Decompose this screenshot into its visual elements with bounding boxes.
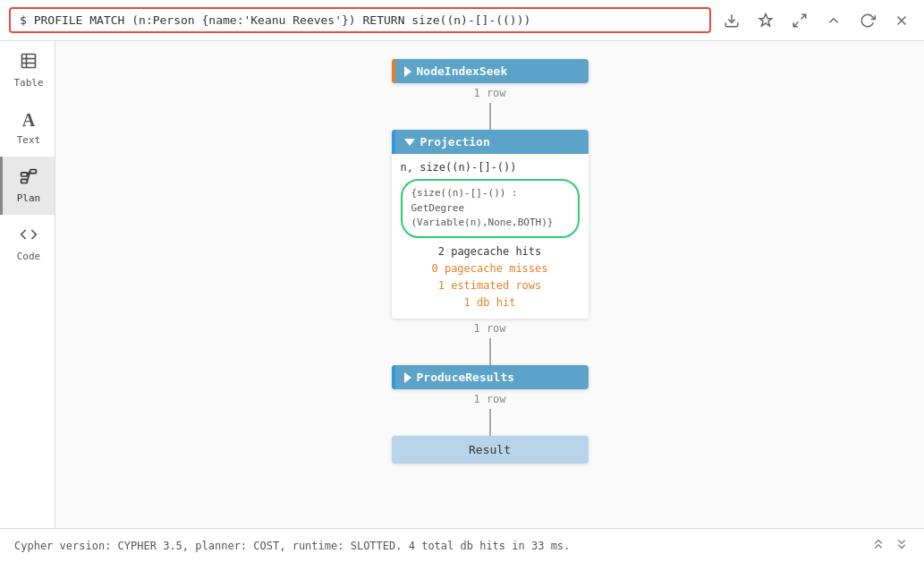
triangle-right-icon: [404, 66, 411, 77]
code-icon: [20, 226, 38, 247]
status-bar: Cypher version: CYPHER 3.5, planner: COS…: [0, 528, 924, 562]
main-area: Table A Text Plan Code: [0, 41, 924, 528]
projection-header: Projection: [392, 130, 589, 154]
connector-1: [489, 338, 491, 365]
svg-rect-11: [30, 170, 37, 174]
scroll-up-icon[interactable]: [870, 536, 886, 556]
close-button[interactable]: [888, 9, 915, 32]
projection-box[interactable]: Projection n, size((n)-[]-()) {size((n)-…: [392, 130, 589, 319]
node-index-seek-wrapper: NodeIndexSeek 1 row: [392, 59, 589, 130]
pin-button[interactable]: [752, 9, 779, 32]
projection-highlight: {size((n)-[]-()) : GetDegree(Variable(n)…: [401, 179, 580, 238]
query-input[interactable]: [9, 7, 711, 33]
svg-line-2: [793, 21, 798, 26]
triangle-down-icon: [404, 139, 415, 146]
svg-rect-9: [21, 173, 28, 176]
download-button[interactable]: [718, 9, 745, 32]
table-icon: [20, 52, 38, 73]
sidebar: Table A Text Plan Code: [0, 41, 55, 528]
svg-rect-5: [22, 55, 36, 68]
status-text: Cypher version: CYPHER 3.5, planner: COS…: [14, 540, 570, 552]
stat-pagecache-misses: 0 pagecache misses: [401, 260, 580, 277]
projection-title: Projection: [420, 135, 490, 149]
projection-body: n, size((n)-[]-()) {size((n)-[]-()) : Ge…: [392, 154, 589, 319]
sidebar-label-text: Text: [17, 134, 41, 146]
connector-0: [489, 103, 491, 130]
sidebar-item-code[interactable]: Code: [0, 215, 55, 273]
node-index-seek-header: NodeIndexSeek: [392, 59, 589, 83]
sidebar-label-plan: Plan: [17, 192, 41, 204]
sidebar-item-text[interactable]: A Text: [0, 99, 55, 157]
svg-line-1: [801, 14, 806, 19]
produce-results-box[interactable]: ProduceResults: [392, 365, 589, 389]
projection-wrapper: Projection n, size((n)-[]-()) {size((n)-…: [392, 130, 589, 365]
produce-results-header: ProduceResults: [392, 365, 589, 389]
sidebar-item-plan[interactable]: Plan: [0, 157, 55, 215]
sidebar-item-table[interactable]: Table: [0, 41, 55, 99]
stat-estimated-rows: 1 estimated rows: [401, 277, 580, 294]
toolbar: [0, 0, 924, 41]
scroll-down-icon[interactable]: [894, 536, 910, 556]
produce-results-wrapper: ProduceResults 1 row: [392, 365, 589, 436]
triangle-right-icon2: [404, 372, 411, 383]
produce-results-title: ProduceResults: [417, 370, 515, 384]
projection-detail: n, size((n)-[]-()): [401, 161, 580, 174]
rows-label-2: 1 row: [473, 393, 505, 405]
text-icon: A: [22, 110, 35, 131]
projection-stats: 2 pagecache hits 0 pagecache misses 1 es…: [401, 243, 580, 312]
node-index-seek-title: NodeIndexSeek: [417, 64, 508, 78]
result-box: Result: [392, 436, 589, 464]
stat-pagecache-hits: 2 pagecache hits: [401, 243, 580, 260]
connector-2: [489, 409, 491, 436]
refresh-button[interactable]: [854, 9, 881, 32]
node-index-seek-box[interactable]: NodeIndexSeek: [392, 59, 589, 83]
nav-icons: [870, 536, 910, 556]
stat-db-hits: 1 db hit: [401, 294, 580, 311]
svg-rect-10: [21, 179, 28, 183]
up-arrow-button[interactable]: [820, 9, 847, 32]
sidebar-label-table: Table: [13, 77, 43, 89]
rows-label-0: 1 row: [473, 87, 505, 99]
plan-canvas[interactable]: NodeIndexSeek 1 row Projection n, size((…: [55, 41, 924, 528]
sidebar-label-code: Code: [17, 251, 41, 262]
expand-button[interactable]: [786, 9, 813, 32]
rows-label-1: 1 row: [473, 322, 505, 335]
plan-icon: [20, 167, 38, 189]
result-label: Result: [469, 443, 511, 456]
